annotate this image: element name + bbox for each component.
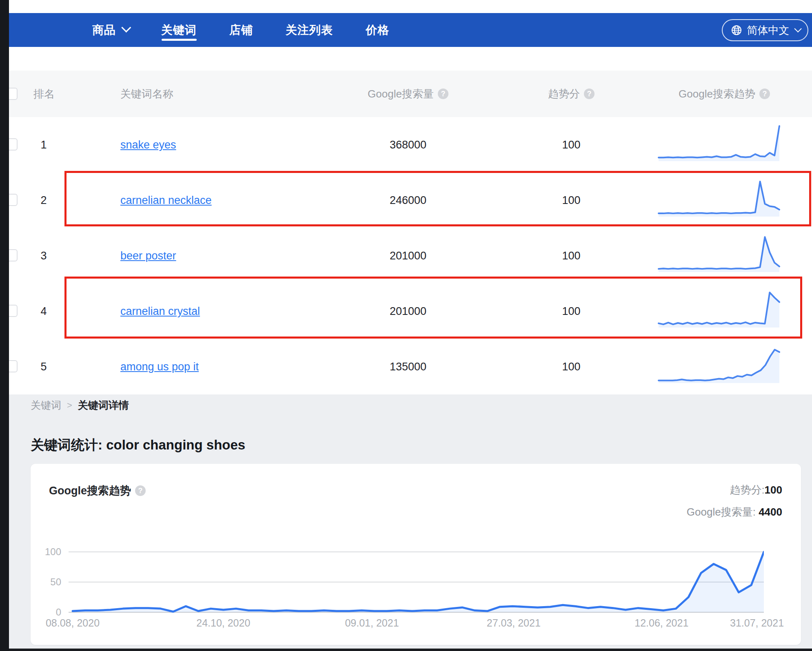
volume-value: 135000 bbox=[322, 339, 494, 394]
volume-value: 201000 bbox=[322, 283, 494, 339]
help-icon[interactable]: ? bbox=[584, 89, 595, 99]
x-axis-label: 24.10, 2020 bbox=[196, 617, 250, 629]
search-volume-value: 4400 bbox=[759, 506, 782, 518]
header-trend-chart-label: Google搜索趋势 bbox=[679, 87, 755, 101]
nav-tab-watchlist-label: 关注列表 bbox=[286, 22, 333, 38]
rank-value: 1 bbox=[33, 117, 54, 173]
y-axis-label: 100 bbox=[31, 547, 61, 557]
nav-tab-keywords[interactable]: 关键词 bbox=[161, 13, 197, 47]
breadcrumb-separator: > bbox=[67, 400, 72, 411]
nav-tab-products[interactable]: 商品 bbox=[92, 13, 129, 47]
trend-sparkline bbox=[658, 179, 780, 218]
trend-score-value: 100 bbox=[765, 484, 782, 496]
nav-tab-keywords-label: 关键词 bbox=[161, 22, 197, 38]
header-trend-score: 趋势分 ? bbox=[526, 71, 616, 117]
help-icon[interactable]: ? bbox=[759, 89, 770, 99]
trend-score-value: 100 bbox=[526, 283, 616, 339]
trend-sparkline bbox=[658, 345, 780, 385]
table-row: 5 among us pop it 135000 100 bbox=[0, 339, 812, 395]
volume-value: 201000 bbox=[322, 228, 494, 283]
language-label: 简体中文 bbox=[747, 23, 790, 38]
window-edge-strip bbox=[0, 649, 812, 651]
trend-sparkline bbox=[658, 290, 780, 329]
rank-value: 3 bbox=[33, 228, 54, 283]
nav-tab-price[interactable]: 价格 bbox=[366, 13, 389, 47]
keyword-link[interactable]: beer poster bbox=[120, 250, 176, 262]
search-volume-label: Google搜索量: bbox=[687, 506, 756, 518]
breadcrumb: 关键词 > 关键词详情 bbox=[31, 399, 129, 412]
x-axis-label: 08.08, 2020 bbox=[46, 617, 100, 629]
keyword-link[interactable]: among us pop it bbox=[120, 361, 199, 373]
rank-value: 4 bbox=[33, 283, 54, 339]
header-volume: Google搜索量 ? bbox=[322, 71, 494, 117]
keyword-link[interactable]: carnelian necklace bbox=[120, 194, 212, 207]
keyword-link[interactable]: snake eyes bbox=[120, 139, 176, 151]
breadcrumb-parent-link[interactable]: 关键词 bbox=[31, 399, 61, 412]
trend-score-label: 趋势分: bbox=[730, 484, 764, 496]
help-icon[interactable]: ? bbox=[438, 89, 448, 99]
x-axis-label: 12.06, 2021 bbox=[635, 617, 688, 629]
trend-sparkline bbox=[658, 235, 780, 274]
trend-score-value: 100 bbox=[526, 173, 616, 228]
page: 商品 关键词 店铺 关注列表 价格 简体中文 bbox=[0, 0, 812, 651]
header-rank: 排名 bbox=[33, 71, 58, 117]
x-axis-label: 09.01, 2021 bbox=[345, 617, 399, 629]
table-row: 1 snake eyes 368000 100 bbox=[0, 117, 812, 173]
nav-tab-watchlist[interactable]: 关注列表 bbox=[286, 13, 333, 47]
help-icon[interactable]: ? bbox=[135, 485, 146, 496]
x-axis-labels: 08.08, 202024.10, 202009.01, 202127.03, … bbox=[69, 617, 764, 629]
table-row: 3 beer poster 201000 100 bbox=[0, 228, 812, 284]
breadcrumb-current: 关键词详情 bbox=[78, 399, 129, 412]
globe-icon bbox=[731, 24, 742, 36]
keyword-detail-section: 关键词 > 关键词详情 关键词统计: color changing shoes … bbox=[0, 394, 812, 651]
keyword-link[interactable]: carnelian crystal bbox=[120, 305, 200, 318]
chart-title: Google搜索趋势 ? bbox=[49, 483, 146, 498]
trend-score-value: 100 bbox=[526, 228, 616, 283]
header-trend-chart: Google搜索趋势 ? bbox=[661, 71, 788, 117]
trend-score-metric: 趋势分:100 bbox=[730, 483, 782, 497]
table-row: 4 carnelian crystal 201000 100 bbox=[0, 283, 812, 339]
page-title: 关键词统计: color changing shoes bbox=[31, 436, 245, 454]
nav-tab-price-label: 价格 bbox=[366, 22, 389, 38]
trend-chart-card: Google搜索趋势 ? 趋势分:100 Google搜索量: 4400 100… bbox=[31, 464, 801, 645]
volume-value: 368000 bbox=[322, 117, 494, 173]
chart-title-label: Google搜索趋势 bbox=[49, 483, 131, 498]
top-navbar: 商品 关键词 店铺 关注列表 价格 简体中文 bbox=[0, 13, 812, 47]
trend-score-value: 100 bbox=[526, 117, 616, 173]
header-keyword: 关键词名称 bbox=[120, 71, 308, 117]
nav-tab-products-label: 商品 bbox=[92, 22, 116, 38]
chevron-down-icon bbox=[121, 23, 131, 33]
rank-value: 5 bbox=[33, 339, 54, 394]
search-volume-metric: Google搜索量: 4400 bbox=[687, 505, 782, 519]
header-volume-label: Google搜索量 bbox=[368, 87, 434, 101]
chevron-down-icon bbox=[794, 25, 801, 32]
window-edge-strip bbox=[0, 0, 9, 651]
trend-line-chart bbox=[69, 549, 764, 616]
x-axis-label: 27.03, 2021 bbox=[487, 617, 541, 629]
trend-score-value: 100 bbox=[526, 339, 616, 394]
trend-sparkline bbox=[658, 124, 780, 163]
y-axis-label: 50 bbox=[31, 577, 61, 587]
volume-value: 246000 bbox=[322, 173, 494, 228]
nav-tab-shops[interactable]: 店铺 bbox=[229, 13, 253, 47]
rank-value: 2 bbox=[33, 173, 54, 228]
x-axis-label: 31.07, 2021 bbox=[730, 617, 784, 629]
nav-tabs: 商品 关键词 店铺 关注列表 价格 bbox=[92, 13, 389, 47]
table-header: 排名 关键词名称 Google搜索量 ? 趋势分 ? Google搜索趋势 ? bbox=[0, 71, 812, 117]
y-axis-label: 0 bbox=[31, 607, 61, 618]
language-selector[interactable]: 简体中文 bbox=[722, 19, 808, 41]
header-trend-score-label: 趋势分 bbox=[548, 87, 580, 101]
nav-tab-shops-label: 店铺 bbox=[229, 22, 253, 38]
table-row: 2 carnelian necklace 246000 100 bbox=[0, 173, 812, 228]
